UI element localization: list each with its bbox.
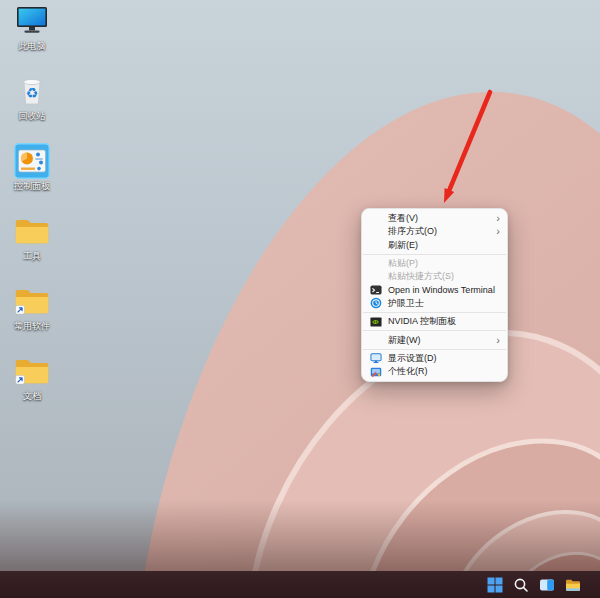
menu-item-refresh[interactable]: 刷新(E): [362, 239, 507, 252]
taskbar-button-start[interactable]: [482, 571, 508, 598]
menu-separator: [363, 349, 506, 350]
taskbar-button-file-explorer[interactable]: [560, 571, 586, 598]
taskbar-button-task-view[interactable]: [534, 571, 560, 598]
display-settings-icon: [370, 352, 382, 364]
desktop-icon-this-pc[interactable]: 此电脑: [3, 2, 61, 72]
menu-item-paste-shortcut: 粘贴快捷方式(S): [362, 270, 507, 283]
menu-item-personalize[interactable]: 个性化(R): [362, 365, 507, 378]
eye-guard-icon: [369, 297, 382, 310]
desktop-icon-list: 此电脑 ♻ 回收站 控制面板 工具: [3, 2, 61, 422]
wallpaper-bloom: [0, 0, 600, 598]
folder-shortcut-icon: [14, 353, 50, 389]
menu-item-nvidia-control-panel[interactable]: NVIDIA 控制面板: [362, 315, 507, 328]
nvidia-icon: [369, 315, 382, 328]
desktop-icon-folder-docs[interactable]: 文档: [3, 352, 61, 422]
svg-text:♻: ♻: [26, 85, 39, 101]
menu-separator: [363, 330, 506, 331]
context-menu: 查看(V) › 排序方式(O) › 刷新(E) 粘贴(P) 粘贴快捷方式(S) …: [361, 208, 508, 382]
recycle-bin-icon: ♻: [14, 73, 50, 109]
task-view-icon: [539, 577, 555, 593]
display-icon: [369, 352, 382, 365]
control-panel-icon: [14, 143, 50, 179]
desktop-icon-folder-common-apps[interactable]: 常用软件: [3, 282, 61, 352]
chevron-right-icon: ›: [491, 213, 500, 224]
personalize-icon: [370, 366, 382, 378]
desktop-icon-control-panel[interactable]: 控制面板: [3, 142, 61, 212]
chevron-right-icon: ›: [491, 226, 500, 237]
nvidia-icon: [370, 316, 382, 328]
this-pc-icon: [14, 3, 50, 39]
menu-separator: [363, 254, 506, 255]
taskbar: [0, 571, 600, 598]
eye-guard-icon: [370, 297, 382, 309]
taskbar-buttons: [482, 571, 586, 598]
desktop-icon-recycle-bin[interactable]: ♻ 回收站: [3, 72, 61, 142]
menu-item-display-settings[interactable]: 显示设置(D): [362, 352, 507, 365]
menu-item-view[interactable]: 查看(V) ›: [362, 212, 507, 225]
windows-terminal-icon: [370, 284, 382, 296]
desktop-icon-folder-tools[interactable]: 工具: [3, 212, 61, 282]
file-explorer-icon: [565, 577, 581, 593]
menu-separator: [363, 312, 506, 313]
menu-item-eye-guard[interactable]: 护眼卫士: [362, 297, 507, 310]
taskbar-button-search[interactable]: [508, 571, 534, 598]
terminal-icon: [369, 284, 382, 297]
shortcut-arrow-icon: [16, 306, 25, 315]
menu-item-sort-by[interactable]: 排序方式(O) ›: [362, 225, 507, 238]
windows-logo-icon: [487, 577, 503, 593]
search-icon: [513, 577, 529, 593]
menu-item-open-in-windows-terminal[interactable]: Open in Windows Terminal: [362, 283, 507, 296]
folder-shortcut-icon: [14, 283, 50, 319]
folder-icon: [14, 213, 50, 249]
menu-item-paste: 粘贴(P): [362, 257, 507, 270]
shortcut-arrow-icon: [16, 376, 25, 385]
desktop[interactable]: 此电脑 ♻ 回收站 控制面板 工具: [0, 0, 600, 598]
personalize-icon: [369, 365, 382, 378]
chevron-right-icon: ›: [491, 335, 500, 346]
menu-item-new[interactable]: 新建(W) ›: [362, 333, 507, 346]
